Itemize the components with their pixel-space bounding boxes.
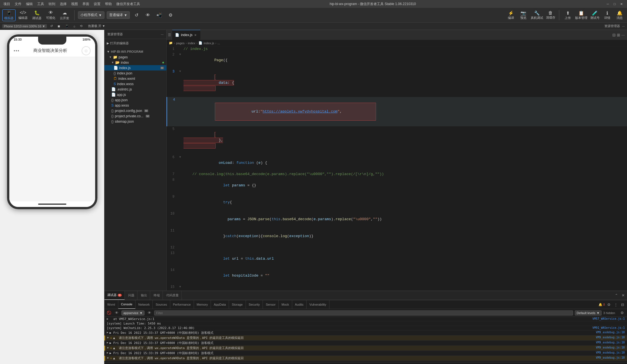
log-source-6[interactable]: VM9_asdebug.js:10 — [596, 341, 625, 344]
debugger-button[interactable]: 🐛 调试器 — [30, 10, 43, 21]
console-clear-btn[interactable]: 🚫 — [106, 310, 112, 316]
devtab-storage[interactable]: Storage — [229, 300, 246, 309]
log-source-1[interactable]: VM57_WAService.js:1 — [593, 317, 625, 320]
device-toggle-button[interactable]: 📲 — [155, 11, 164, 20]
menu-item-file[interactable]: 文件 — [15, 2, 21, 6]
menu-bar[interactable]: 项目 文件 编辑 工具 转到 选择 视图 界面 设置 帮助 微信开发者工具 — [3, 2, 140, 6]
explorer-more-icon[interactable]: ··· — [161, 33, 163, 36]
log-source-9[interactable]: VM9_asdebug.js:10 — [596, 356, 625, 359]
log-source-3[interactable]: VM91_WAService.js:1 — [593, 326, 625, 329]
tab-close-btn[interactable]: ✕ — [194, 34, 196, 37]
log-source-8[interactable]: VM9_asdebug.js:10 — [596, 351, 625, 354]
hot-reload-label[interactable]: 热重载 开 ▼ — [88, 24, 105, 28]
tree-item-eslintrc[interactable]: 📄 .eslintrc.js — [104, 87, 166, 92]
menu-item-view[interactable]: 视图 — [71, 2, 78, 6]
preview-toggle-button[interactable]: 👁 — [143, 11, 152, 20]
clear-cache-button[interactable]: 🗑 清缓存 — [545, 10, 556, 20]
tree-item-pages[interactable]: ▼ 📁 pages — [104, 54, 166, 60]
project-section-header[interactable]: ▼ HIP-BI-WX-PROGRAM — [104, 49, 166, 54]
settings-button[interactable]: ⚙ — [166, 11, 175, 20]
editor-button[interactable]: </> 编辑器 — [17, 10, 29, 21]
devtab-appdata[interactable]: AppData — [211, 300, 229, 309]
breadcrumb-pages[interactable]: pages — [176, 41, 185, 45]
outline-section[interactable]: ▶ 大纲 — [104, 362, 627, 364]
log-arrow-5[interactable]: ▶ — [107, 336, 109, 339]
tab-index-js[interactable]: 📄 index.js ✕ — [172, 30, 200, 40]
refresh-button[interactable]: ↺ — [132, 11, 141, 20]
panel-collapse-btn[interactable]: ⌃ — [613, 293, 619, 298]
phone-camera-btn[interactable]: ⊙ — [82, 46, 91, 55]
version-button[interactable]: 📋 版本管理 — [575, 10, 587, 20]
log-source-5[interactable]: VM9_asdebug.js:10 — [596, 336, 625, 339]
menu-item-select[interactable]: 选择 — [60, 2, 67, 6]
log-arrow-8[interactable]: ▶ — [107, 351, 108, 354]
phone-menu-dots[interactable] — [14, 50, 19, 51]
tree-item-app-js[interactable]: 📄 app.js — [104, 92, 166, 97]
tree-item-index-json[interactable]: {} index.json — [104, 70, 166, 76]
simulator-button[interactable]: 📱 模拟器 — [2, 9, 16, 21]
devtab-sensor[interactable]: Sensor — [263, 300, 279, 309]
mode-dropdown[interactable]: 小程序模式 ▼ — [78, 11, 104, 19]
rotate-btn[interactable]: ⟲ — [79, 24, 84, 28]
tab-bar-menu-icon[interactable]: ☰ — [167, 33, 172, 37]
log-source-7[interactable]: VM9_asdebug.js:10 — [596, 346, 625, 349]
editor-split-icon[interactable]: ⊟ — [612, 33, 616, 37]
visual-button[interactable]: 👁 可视化 — [44, 10, 57, 21]
compile-right-button[interactable]: ⚡ 编译 — [506, 10, 516, 20]
devtab-audits[interactable]: Audits — [292, 300, 307, 309]
menu-item-tool[interactable]: 工具 — [37, 2, 44, 6]
device-select-btn[interactable]: 📱 — [64, 24, 70, 28]
menu-item-interface[interactable]: 界面 — [82, 2, 89, 6]
tree-item-app-wxss[interactable]: S app.wxss — [104, 103, 166, 108]
tree-item-sitemap[interactable]: {} sitemap.json — [104, 119, 166, 124]
breadcrumb-indexjs[interactable]: index.js — [204, 41, 214, 45]
home-btn[interactable]: ⌂ — [72, 24, 77, 28]
devtab-security[interactable]: Security — [246, 300, 263, 309]
window-controls[interactable]: ─ □ ✕ — [606, 2, 624, 6]
cloud-button[interactable]: ☁ 云开发 — [58, 10, 71, 21]
log-arrow-6[interactable]: ▶ — [107, 341, 108, 344]
menu-item-wechat[interactable]: 微信开发者工具 — [116, 2, 140, 6]
log-arrow-1[interactable]: ▶ — [107, 317, 108, 320]
details-button[interactable]: ℹ 详情 — [602, 10, 612, 20]
code-editor[interactable]: 1 // index.js 2 ▼ Page({ 3 — [167, 46, 627, 291]
resource-manager-more[interactable]: ··· — [622, 25, 625, 28]
upload-button[interactable]: ⬆ 上传 — [563, 10, 573, 20]
tree-item-index-wxss[interactable]: S index.wxss — [104, 81, 166, 87]
tree-item-index-wxml[interactable]: 🗒 index.wxml — [104, 76, 166, 81]
close-button[interactable]: ✕ — [619, 2, 624, 6]
breadcrumb-index[interactable]: index — [188, 41, 195, 45]
console-settings-btn[interactable]: ⚙ — [619, 310, 625, 316]
service-dropdown[interactable]: appservice ▼ — [121, 310, 145, 316]
stop-btn[interactable]: ⏹ — [56, 24, 62, 28]
menu-item-project[interactable]: 项目 — [3, 2, 10, 6]
maximize-button[interactable]: □ — [612, 2, 617, 6]
debug-tab-problems[interactable]: 问题 — [125, 291, 137, 300]
menu-item-settings[interactable]: 设置 — [94, 2, 101, 6]
reload-btn[interactable]: ↺ — [49, 24, 54, 28]
filter-eye-btn[interactable]: 👁 — [146, 310, 152, 316]
log-arrow-9[interactable]: ▶ — [107, 356, 109, 359]
devtab-vulnerability[interactable]: Vulnerability — [307, 300, 329, 309]
devtools-settings-btn[interactable]: ⚙ — [606, 302, 612, 307]
debug-tab-debugger[interactable]: 调试器 8 — [104, 291, 125, 300]
tree-item-project-config[interactable]: {} project.config.json M — [104, 108, 166, 113]
devtab-console[interactable]: Console — [118, 300, 136, 309]
tree-item-project-private[interactable]: {} project.private.co... M — [104, 113, 166, 119]
menu-item-edit[interactable]: 编辑 — [26, 2, 33, 6]
devtab-mock[interactable]: Mock — [279, 300, 292, 309]
log-arrow-7[interactable]: ▶ — [107, 346, 109, 349]
test-account-button[interactable]: 🧪 测试号 — [590, 10, 600, 20]
compile-dropdown[interactable]: 普通编译 ▼ — [107, 11, 130, 19]
opened-section-header[interactable]: ▶ 打开的编辑器 — [104, 40, 166, 47]
menu-item-help[interactable]: 帮助 — [105, 2, 112, 6]
log-arrow-4[interactable]: ▶ — [107, 331, 108, 334]
devtab-memory[interactable]: Memory — [194, 300, 211, 309]
console-filter-input[interactable] — [154, 310, 573, 316]
devtools-dock-btn[interactable]: ⊟ — [620, 302, 625, 307]
notifications-button[interactable]: 🔔 消息 — [615, 10, 625, 20]
preview-button[interactable]: 📷 预览 — [518, 10, 528, 20]
menu-item-goto[interactable]: 转到 — [49, 2, 55, 6]
tree-item-index-folder[interactable]: ▼ 📂 index — [104, 60, 166, 65]
real-debug-button[interactable]: 🔧 真机调试 — [531, 10, 543, 20]
